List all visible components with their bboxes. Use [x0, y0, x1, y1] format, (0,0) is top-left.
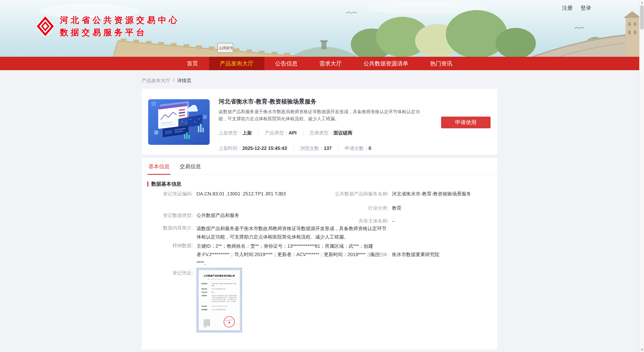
field-label: 数据内容简介: — [142, 225, 193, 241]
product-detail-card: 基本信息 交易信息 数据基本信息 登记凭证编码: DA.CN.83.01 .13… — [142, 158, 497, 350]
official-seal-icon: 衡水市数据要素研究院 ★ — [223, 315, 235, 328]
login-link[interactable]: 登录 — [581, 4, 591, 12]
main-nav: 首页 产品发布大厅 公告信息 需求大厅 公共数据资源清单 热门资讯 — [0, 57, 639, 70]
nav-item-announcements[interactable]: 公告信息 — [264, 57, 309, 70]
nav-item-public-data-list[interactable]: 公共数据资源清单 — [353, 57, 419, 70]
page: 山河好大 — [0, 0, 644, 352]
certificate-row: 登记机构： 衡水市数据要素研究院 — [202, 309, 237, 311]
breadcrumb: 产品发布大厅 / 详情页 — [142, 77, 497, 84]
certificate-row: 有 效 期： 2024-12-27至2026-12-31 — [202, 305, 237, 307]
meta-label: 交易类型： — [310, 130, 333, 136]
tab-basic-info[interactable]: 基本信息 — [148, 158, 170, 175]
product-summary-card: 河北省衡水市-教育-教资核验场景服务 该数据产品和服务基于衡水市数政局教师资格证… — [142, 89, 497, 155]
meta-value: 面议磋商 — [333, 130, 352, 136]
field-value: 衡水市数据要素研究院 — [392, 251, 496, 258]
meta-separator: ｜ — [301, 130, 306, 136]
field-row: 共有主体名称: -- — [328, 218, 497, 225]
scrollbar-thumb[interactable] — [640, 5, 644, 30]
section-accent-bar — [147, 181, 148, 186]
apply-use-button[interactable]: 申请使用 — [441, 117, 491, 128]
certificate-row: 行业分类： 教育 — [202, 291, 237, 293]
certificate-number: 编号：DA.CN.83.01.13001.2512.TP1.JR1.TJB3 — [199, 278, 240, 280]
info-column-right: 公共数据产品和服务名称: 河北省衡水市-教育-教资核验场景服务 行业分类: 教育… — [328, 190, 497, 258]
field-row-certificate: 登记凭证: 公共数据产品和服务登记确认单 编号：DA.CN.83.01.1300… — [142, 270, 393, 332]
vertical-scrollbar[interactable] — [639, 0, 644, 352]
section-header: 数据基本信息 — [147, 181, 497, 187]
brand-line1: 河北省公共资源交易中心 — [60, 14, 180, 26]
breadcrumb-parent[interactable]: 产品发布大厅 — [142, 77, 170, 84]
product-title: 河北省衡水市-教育-教资核验场景服务 — [219, 98, 427, 105]
product-meta-row-2: 上架时间： 2025-12-22 15:45:43 ｜ 浏览次数： 137 ｜ … — [219, 145, 427, 152]
certificate-footer: 衡水市数据要素研究院 ★ — [199, 316, 240, 327]
nav-item-home[interactable]: 首页 — [176, 57, 209, 70]
field-label: 共有主体名称: — [328, 218, 389, 225]
qr-caption — [204, 327, 207, 327]
field-value: -- — [392, 218, 496, 225]
meta-value: 137 — [324, 146, 332, 151]
meta-label: 产品类型： — [265, 130, 289, 136]
meta-value: 0 — [368, 146, 371, 151]
meta-value: 上架 — [242, 130, 252, 136]
certificate-title: 公共数据产品和服务登记确认单 — [199, 274, 240, 277]
field-row: 登记主体: 衡水市数据要素研究院 — [328, 251, 497, 258]
brand-title: 河北省公共资源交易中心 数据交易服务平台 — [60, 14, 180, 39]
meta-label: 上架时间： — [219, 145, 242, 152]
field-label: 登记凭证编码: — [142, 190, 193, 198]
breadcrumb-current: 详情页 — [177, 77, 191, 84]
nav-item-demand-hall[interactable]: 需求大厅 — [309, 57, 353, 70]
meta-separator: ｜ — [291, 145, 296, 152]
field-value: 河北省衡水市-教育-教资核验场景服务 — [392, 190, 496, 198]
meta-label: 浏览次数： — [300, 145, 324, 152]
content-column: 产品发布大厅 / 详情页 — [142, 70, 497, 350]
field-label: 公共数据产品和服务名称: — [328, 190, 389, 198]
field-value: 教育 — [392, 205, 496, 212]
certificate-row: 登记主体： 衡水市数据要素研究院 — [202, 288, 237, 290]
breadcrumb-separator: / — [173, 77, 174, 84]
field-row: 公共数据产品和服务名称: 河北省衡水市-教育-教资核验场景服务 — [328, 190, 497, 198]
basic-info-grid: 登记凭证编码: DA.CN.83.01 .13001 .2512.TP1 JR1… — [142, 190, 497, 344]
product-image — [148, 99, 210, 145]
field-label: 登记主体: — [328, 251, 389, 258]
field-row: 行业分类: 教育 — [328, 205, 497, 212]
field-label: 登记凭证: — [142, 270, 193, 332]
scroll-up-arrow-icon[interactable] — [640, 0, 644, 5]
meta-label: 上架类型： — [219, 130, 242, 136]
brand[interactable]: 河北省公共资源交易中心 数据交易服务平台 — [36, 14, 180, 39]
qr-code-block — [204, 319, 210, 327]
field-label: 行业分类: — [328, 205, 389, 212]
certificate-paper: 公共数据产品和服务登记确认单 编号：DA.CN.83.01.13001.2512… — [198, 270, 240, 330]
wall-plaque-text: 山河好大 — [219, 46, 233, 50]
meta-separator: ｜ — [336, 145, 341, 152]
section-title: 数据基本信息 — [151, 181, 181, 187]
certificate-row: 登记名称： 河北省衡水市-教育-教资核验场景产品和服务 — [202, 283, 237, 287]
product-info: 河北省衡水市-教育-教资核验场景服务 该数据产品和服务基于衡水市数政局教师资格证… — [219, 98, 427, 152]
qr-code-icon — [204, 319, 210, 326]
meta-label: 申请次数： — [345, 145, 368, 152]
registration-certificate-image[interactable]: 公共数据产品和服务登记确认单 编号：DA.CN.83.01.13001.2512… — [196, 268, 242, 332]
scroll-down-arrow-icon[interactable] — [640, 347, 644, 352]
certificate-row: 内容简介： 该数据产品和服务基于衡水市数政局教师资格证等数据源开发形成，具备教师… — [202, 295, 237, 303]
nav-item-hot-news[interactable]: 热门资讯 — [419, 57, 463, 70]
tab-trade-info[interactable]: 交易信息 — [180, 158, 201, 175]
product-meta-row-1: 上架类型： 上架 ｜ 产品类型： API ｜ 交易类型： 面议磋商 — [219, 130, 427, 136]
nav-item-product-hall[interactable]: 产品发布大厅 — [209, 57, 264, 70]
auth-links: 注册 登录 — [562, 4, 591, 12]
header-banner: 山河好大 — [0, 0, 639, 57]
brand-logo-icon — [36, 16, 54, 37]
meta-value: 2025-12-22 15:45:43 — [242, 146, 287, 151]
meta-separator: ｜ — [256, 130, 261, 136]
register-link[interactable]: 注册 — [562, 4, 573, 12]
field-label: 样例数据: — [142, 242, 193, 267]
field-label: 登记数据类型: — [142, 212, 193, 219]
meta-value: API — [289, 130, 297, 136]
detail-tabs: 基本信息 交易信息 — [142, 158, 497, 175]
watchtower — [623, 11, 639, 57]
brand-line2: 数据交易服务平台 — [60, 26, 180, 39]
product-description: 该数据产品和服务基于衡水市数政局教师资格证等数据源开发形成，具备教师资格认定环节… — [219, 108, 427, 122]
